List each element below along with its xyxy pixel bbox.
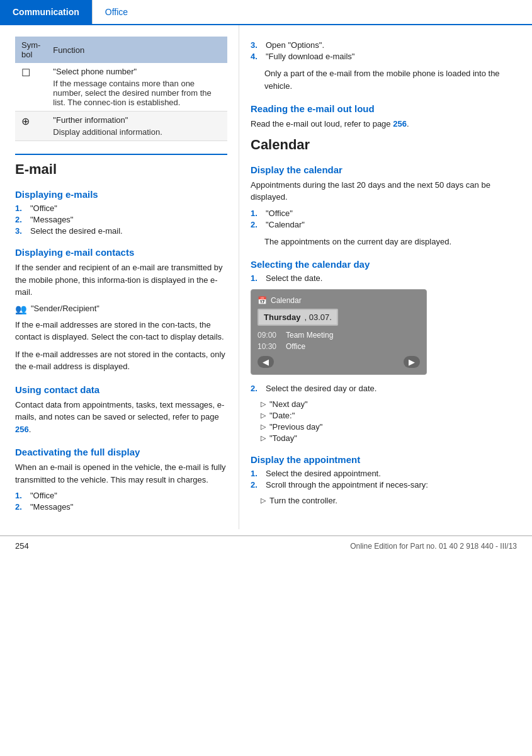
page-number: 254 — [15, 541, 29, 551]
cal-date-label: , 03.07. — [305, 312, 332, 322]
calendar-screenshot: 📅 Calendar Thursday , 03.07. 09:00Team M… — [251, 289, 427, 375]
cal-events-list: 09:00Team Meeting10:30Office — [258, 329, 420, 352]
sender-recipient-row: 👥 "Sender/Recipient" — [15, 304, 227, 315]
contacts-title: Displaying e-mail contacts — [15, 247, 227, 258]
arrow-list-item: "Previous day" — [261, 422, 517, 432]
cal-prev-button[interactable]: ◀ — [258, 356, 274, 368]
list-item: 1."Office" — [15, 203, 227, 213]
func-cell: "Select phone number" If the message con… — [47, 63, 227, 112]
display-cal-title: Display the calendar — [251, 164, 517, 175]
right-column: 3.Open "Options".4."Fully download e-mai… — [239, 25, 532, 529]
displaying-emails-title: Displaying e-mails — [15, 189, 227, 200]
page-footer: 254 Online Edition for Part no. 01 40 2 … — [0, 536, 532, 556]
func-main: "Select phone number" — [53, 67, 221, 76]
table-row: ⊕ "Further information" Display addition… — [15, 112, 227, 141]
list-item: 3.Open "Options". — [251, 40, 517, 50]
sender-recipient-label: "Sender/Recipient" — [31, 304, 99, 313]
col-symbol: Sym-bol — [15, 37, 47, 63]
cal-event-time: 10:30 — [258, 342, 286, 351]
list-item: 1."Office" — [251, 209, 517, 218]
cal-header: 📅 Calendar — [258, 296, 420, 305]
contacts-body2: If the e-mail addresses are stored in th… — [15, 319, 227, 343]
arrow-list-item: "Date:" — [261, 411, 517, 420]
appointment-steps-list: 1.Select the desired appointment.2.Scrol… — [251, 469, 517, 490]
step2-wrapper: 2. Select the desired day or date. — [251, 384, 517, 393]
cal-event-row: 10:30Office — [258, 341, 420, 352]
list-item: 2."Messages" — [15, 215, 227, 224]
step2-text: Select the desired day or date. — [266, 384, 376, 393]
arrow-options-list: "Next day""Date:""Previous day""Today" — [261, 399, 517, 443]
display-cal-body: Appointments during the last 20 days and… — [251, 179, 517, 203]
cal-next-button[interactable]: ▶ — [404, 356, 420, 368]
using-contact-body: Contact data from appointments, tasks, t… — [15, 399, 227, 436]
turn-controller-item: Turn the controller. — [261, 496, 517, 505]
cal-event-desc: Office — [286, 342, 305, 351]
using-page-link[interactable]: 256 — [15, 425, 29, 434]
cal-day-label: Thursday — [264, 312, 301, 322]
calendar-icon: 📅 — [258, 296, 267, 305]
display-cal-steps-list: 1."Office"2."Calendar" — [251, 209, 517, 229]
list-item: 4."Fully download e-mails" — [251, 52, 517, 61]
func-sub: If the message contains more than one nu… — [53, 79, 221, 107]
turn-controller-text: Turn the controller. — [269, 496, 337, 505]
using-contact-title: Using contact data — [15, 384, 227, 395]
sym-cell: ⊕ — [15, 112, 47, 141]
reading-title: Reading the e-mail out loud — [251, 103, 517, 114]
reading-page-link[interactable]: 256 — [393, 119, 407, 129]
cal-event-time: 09:00 — [258, 331, 286, 340]
tab-communication[interactable]: Communication — [0, 0, 92, 24]
displaying-steps-list: 1."Office"2."Messages"3.Select the desir… — [15, 203, 227, 236]
deactivating-body: When an e-mail is opened in the vehicle,… — [15, 461, 227, 486]
sym-cell: ☐ — [15, 63, 47, 112]
calendar-large-title: Calendar — [251, 137, 517, 153]
list-item: 2.Scroll through the appointment if nece… — [251, 480, 517, 490]
email-section-title: E-mail — [15, 161, 227, 178]
cal-nav: ◀ ▶ — [258, 356, 420, 368]
list-item: 3.Select the desired e-mail. — [15, 226, 227, 236]
left-column: Sym-bol Function ☐ "Select phone number"… — [0, 25, 239, 529]
footer-online-text: Online Edition for Part no. 01 40 2 918 … — [350, 542, 517, 551]
reading-body: Read the e-mail out loud, refer to page … — [251, 118, 517, 130]
list-item: 1."Office" — [15, 491, 227, 500]
list-item: 2."Messages" — [15, 502, 227, 512]
tab-office[interactable]: Office — [92, 0, 140, 24]
list-item: 1.Select the date. — [251, 273, 517, 283]
cal-event-desc: Team Meeting — [286, 331, 333, 340]
list-item: 1.Select the desired appointment. — [251, 469, 517, 478]
main-content: Sym-bol Function ☐ "Select phone number"… — [0, 25, 532, 529]
func-sub: Display additional information. — [53, 127, 221, 137]
col-function: Function — [47, 37, 227, 63]
arrow-list-item: "Next day" — [261, 399, 517, 409]
step4-sub: Only a part of the e-mail from the mobil… — [264, 67, 517, 92]
deactivating-title: Deactivating the full display — [15, 447, 227, 457]
selecting-title: Selecting the calendar day — [251, 259, 517, 270]
appointment-title: Display the appointment — [251, 454, 517, 465]
contacts-body3: If the e-mail addresses are not stored i… — [15, 348, 227, 373]
person-icon: 👥 — [15, 304, 27, 315]
list-item: 2."Calendar" — [251, 220, 517, 229]
contacts-body: If the sender and recipient of an e-mail… — [15, 261, 227, 299]
page-header: Communication Office — [0, 0, 532, 25]
func-cell: "Further information" Display additional… — [47, 112, 227, 141]
symbol-function-table: Sym-bol Function ☐ "Select phone number"… — [15, 37, 227, 141]
arrow-list-item: "Today" — [261, 433, 517, 443]
steps-top-list: 3.Open "Options".4."Fully download e-mai… — [251, 40, 517, 61]
selecting-steps-list: 1.Select the date. — [251, 273, 517, 283]
table-row: ☐ "Select phone number" If the message c… — [15, 63, 227, 112]
turn-controller-list: Turn the controller. — [261, 496, 517, 505]
section-divider — [15, 154, 227, 155]
cal-event-row: 09:00Team Meeting — [258, 329, 420, 341]
func-main: "Further information" — [53, 115, 221, 125]
display-cal-sub: The appointments on the current day are … — [264, 236, 517, 248]
cal-header-label: Calendar — [271, 296, 302, 305]
deactivating-steps-list: 1."Office"2."Messages" — [15, 491, 227, 512]
